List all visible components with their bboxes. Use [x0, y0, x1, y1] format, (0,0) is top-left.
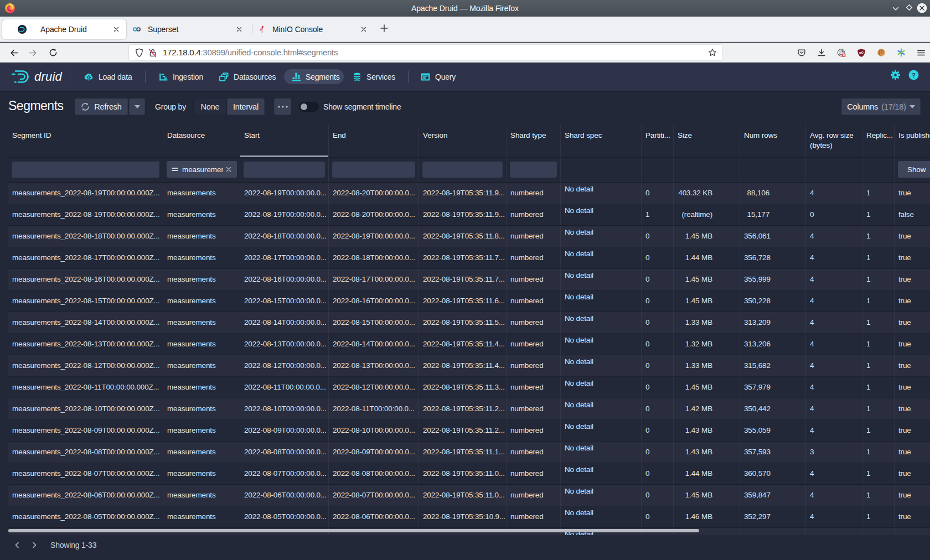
column-header-datasource[interactable]: Datasource [163, 125, 240, 157]
help-icon[interactable]: ? [908, 70, 919, 80]
cell-end: 2022-08-06T00:00:00.0... [329, 506, 419, 527]
group-by-segmented: None Interval [193, 98, 265, 115]
extension-privacy-icon[interactable] [837, 48, 846, 57]
cell-avg-row-size: 4 [806, 226, 862, 247]
url-text[interactable]: 172.18.0.4:30899/unified-console.html#se… [163, 45, 338, 60]
group-by-none-button[interactable]: None [193, 98, 227, 115]
cell-is-published: true [895, 485, 930, 506]
back-icon[interactable] [6, 43, 22, 63]
end-filter-input[interactable] [332, 161, 415, 178]
reload-icon[interactable] [45, 43, 61, 63]
cell-segment-id: measurements_2022-08-13T00:00:00.000Z... [8, 334, 163, 355]
downloads-icon[interactable] [817, 48, 826, 57]
table-row[interactable]: measurements_2022-08-12T00:00:00.000Z...… [8, 355, 930, 377]
is-published-filter[interactable]: Show [898, 161, 930, 178]
previous-page-icon[interactable] [8, 537, 25, 553]
remove-filter-icon[interactable] [225, 166, 232, 173]
nav-item-services[interactable]: Services [353, 70, 395, 84]
horizontal-scrollbar-thumb[interactable] [8, 529, 699, 532]
table-row[interactable]: measurements_2022-08-09T00:00:00.000Z...… [8, 420, 930, 442]
table-row[interactable]: measurements_2022-08-15T00:00:00.000Z...… [8, 291, 930, 312]
column-header-replicas[interactable]: Replic... [862, 125, 895, 157]
nav-item-datasources[interactable]: Datasources [219, 70, 276, 84]
nav-item-query[interactable]: Query [421, 70, 456, 84]
table-row[interactable]: measurements_2022-08-17T00:00:00.000Z...… [8, 247, 930, 269]
cell-partitions: 0 [642, 377, 674, 398]
cell-datasource: measurements [163, 334, 240, 355]
columns-count: (17/18) [881, 102, 906, 111]
new-tab-icon[interactable] [379, 23, 390, 34]
column-header-shard-type[interactable]: Shard type [507, 125, 561, 157]
table-row[interactable]: measurements_2022-08-07T00:00:00.000Z...… [8, 463, 930, 485]
hamburger-menu-icon[interactable] [917, 48, 926, 57]
column-header-end[interactable]: End [329, 125, 419, 157]
ublock-icon[interactable]: uO [857, 48, 866, 57]
column-header-start[interactable]: Start [240, 125, 329, 157]
pocket-icon[interactable] [797, 48, 806, 57]
cell-datasource: measurements [163, 291, 240, 312]
window-minimize-icon[interactable] [892, 5, 900, 13]
column-header-segment-id[interactable]: Segment ID [8, 125, 163, 157]
refresh-label: Refresh [94, 102, 121, 111]
table-row[interactable]: measurements_2022-08-05T00:00:00.000Z...… [8, 506, 930, 528]
url-bar[interactable]: 172.18.0.4:30899/unified-console.html#se… [129, 45, 722, 60]
datasource-filter-tag[interactable]: measurements [167, 161, 237, 178]
forward-icon[interactable] [25, 43, 40, 63]
stylus-asterisk-icon[interactable] [897, 48, 906, 57]
tab-superset[interactable]: Superset [128, 19, 250, 39]
column-header-size[interactable]: Size [674, 125, 740, 157]
window-close-icon[interactable] [917, 3, 927, 13]
tab-minio-console[interactable]: MinIO Console [254, 19, 374, 39]
table-row[interactable]: measurements_2022-08-18T00:00:00.000Z...… [8, 226, 930, 247]
nav-item-load-data[interactable]: Load data [84, 70, 132, 84]
next-page-icon[interactable] [25, 537, 43, 553]
refresh-dropdown-button[interactable] [129, 98, 145, 115]
insecure-lock-icon[interactable] [148, 48, 158, 58]
tracking-shield-icon[interactable] [135, 48, 143, 58]
column-header-shard-spec[interactable]: Shard spec [561, 125, 642, 157]
table-row[interactable]: measurements_2022-08-11T00:00:00.000Z...… [8, 377, 930, 398]
cell-avg-row-size: 4 [806, 463, 862, 484]
more-options-button[interactable] [274, 98, 291, 115]
table-row[interactable]: measurements_2022-08-19T00:00:00.000Z...… [8, 183, 930, 204]
tab-close-icon[interactable] [360, 25, 368, 33]
cell-num-rows: 88,106 [740, 183, 806, 204]
refresh-button[interactable]: Refresh [75, 98, 128, 115]
column-header-num-rows[interactable]: Num rows [740, 125, 806, 157]
settings-gear-icon[interactable] [890, 70, 901, 80]
datasource-filter-value: measurements [182, 165, 223, 174]
cell-avg-row-size: 4 [806, 269, 862, 290]
segment-timeline-toggle[interactable] [299, 102, 319, 112]
druid-brand[interactable]: druid [12, 69, 62, 85]
table-row[interactable]: measurements_2022-08-08T00:00:00.000Z...… [8, 442, 930, 463]
table-row[interactable]: measurements_2022-08-16T00:00:00.000Z...… [8, 269, 930, 291]
tab-close-icon[interactable] [112, 25, 120, 33]
start-filter-input[interactable] [244, 161, 325, 178]
table-row[interactable]: measurements_2022-08-14T00:00:00.000Z...… [8, 312, 930, 334]
cell-size: 1.45 MB [674, 485, 740, 506]
cell-num-rows: 356,728 [740, 247, 806, 268]
column-header-partitions[interactable]: Partiti... [642, 125, 674, 157]
pagination-status: Showing 1-33 [50, 537, 96, 553]
table-row[interactable]: measurements_2022-08-19T00:00:00.000Z...… [8, 204, 930, 226]
nav-item-ingestion[interactable]: Ingestion [159, 70, 203, 84]
url-path: :30899/unified-console.html#segments [200, 48, 338, 57]
window-maximize-icon[interactable] [906, 4, 913, 11]
table-row[interactable]: measurements_2022-08-13T00:00:00.000Z...… [8, 334, 930, 355]
segment-id-filter-input[interactable] [12, 161, 159, 178]
nav-item-segments[interactable]: Segments [284, 69, 344, 84]
tab-close-icon[interactable] [235, 25, 243, 33]
columns-button[interactable]: Columns (17/18) [841, 98, 921, 115]
cookie-icon[interactable] [877, 48, 886, 57]
bookmark-star-icon[interactable] [708, 48, 717, 57]
cell-start: 2022-08-15T00:00:00.0... [240, 291, 329, 312]
group-by-interval-button[interactable]: Interval [227, 98, 265, 115]
version-filter-input[interactable] [422, 161, 503, 178]
shard-type-filter-input[interactable] [510, 161, 557, 178]
column-header-is-published[interactable]: Is published [895, 125, 930, 157]
column-header-version[interactable]: Version [419, 125, 507, 157]
table-row[interactable]: measurements_2022-08-06T00:00:00.000Z...… [8, 485, 930, 506]
column-header-avg-row-size[interactable]: Avg. row size (bytes) [806, 125, 862, 157]
table-row[interactable]: measurements_2022-08-10T00:00:00.000Z...… [8, 398, 930, 420]
tab-apache-druid[interactable]: Apache Druid [2, 19, 126, 39]
